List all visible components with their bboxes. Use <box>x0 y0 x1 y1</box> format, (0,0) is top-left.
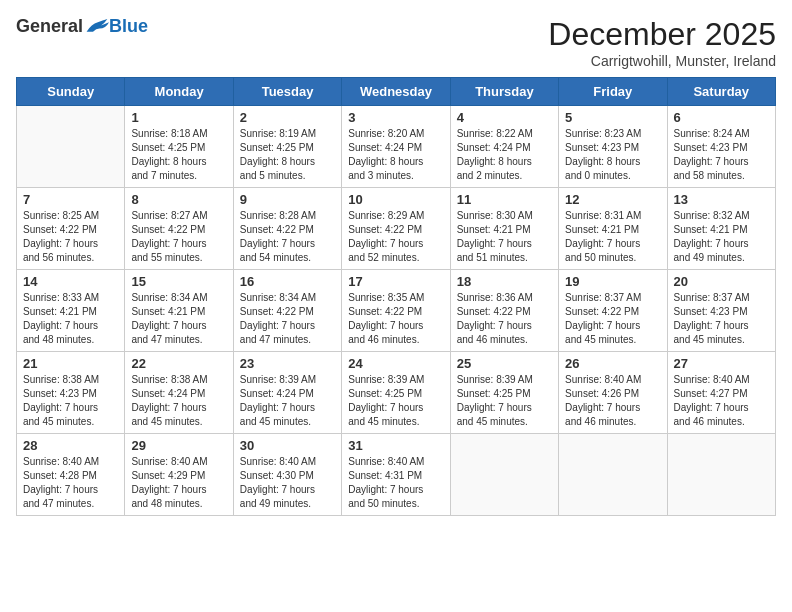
day-info: Sunrise: 8:40 AM Sunset: 4:31 PM Dayligh… <box>348 455 443 511</box>
day-info: Sunrise: 8:40 AM Sunset: 4:28 PM Dayligh… <box>23 455 118 511</box>
day-info: Sunrise: 8:25 AM Sunset: 4:22 PM Dayligh… <box>23 209 118 265</box>
calendar-day-cell: 29Sunrise: 8:40 AM Sunset: 4:29 PM Dayli… <box>125 434 233 516</box>
weekday-header-wednesday: Wednesday <box>342 78 450 106</box>
calendar-day-cell: 13Sunrise: 8:32 AM Sunset: 4:21 PM Dayli… <box>667 188 775 270</box>
day-info: Sunrise: 8:39 AM Sunset: 4:25 PM Dayligh… <box>457 373 552 429</box>
calendar-day-cell: 5Sunrise: 8:23 AM Sunset: 4:23 PM Daylig… <box>559 106 667 188</box>
day-number: 8 <box>131 192 226 207</box>
day-info: Sunrise: 8:22 AM Sunset: 4:24 PM Dayligh… <box>457 127 552 183</box>
calendar-week-row: 14Sunrise: 8:33 AM Sunset: 4:21 PM Dayli… <box>17 270 776 352</box>
calendar-day-cell: 28Sunrise: 8:40 AM Sunset: 4:28 PM Dayli… <box>17 434 125 516</box>
calendar-day-cell <box>559 434 667 516</box>
day-number: 1 <box>131 110 226 125</box>
day-info: Sunrise: 8:35 AM Sunset: 4:22 PM Dayligh… <box>348 291 443 347</box>
calendar-week-row: 28Sunrise: 8:40 AM Sunset: 4:28 PM Dayli… <box>17 434 776 516</box>
calendar-day-cell: 18Sunrise: 8:36 AM Sunset: 4:22 PM Dayli… <box>450 270 558 352</box>
calendar-day-cell: 17Sunrise: 8:35 AM Sunset: 4:22 PM Dayli… <box>342 270 450 352</box>
page-header: General Blue December 2025 Carrigtwohill… <box>16 16 776 69</box>
day-info: Sunrise: 8:19 AM Sunset: 4:25 PM Dayligh… <box>240 127 335 183</box>
calendar-day-cell: 10Sunrise: 8:29 AM Sunset: 4:22 PM Dayli… <box>342 188 450 270</box>
calendar-day-cell: 8Sunrise: 8:27 AM Sunset: 4:22 PM Daylig… <box>125 188 233 270</box>
calendar-day-cell: 26Sunrise: 8:40 AM Sunset: 4:26 PM Dayli… <box>559 352 667 434</box>
logo-bird-icon <box>85 17 109 37</box>
day-number: 4 <box>457 110 552 125</box>
day-info: Sunrise: 8:20 AM Sunset: 4:24 PM Dayligh… <box>348 127 443 183</box>
day-number: 9 <box>240 192 335 207</box>
calendar-table: SundayMondayTuesdayWednesdayThursdayFrid… <box>16 77 776 516</box>
calendar-day-cell: 21Sunrise: 8:38 AM Sunset: 4:23 PM Dayli… <box>17 352 125 434</box>
day-info: Sunrise: 8:30 AM Sunset: 4:21 PM Dayligh… <box>457 209 552 265</box>
calendar-day-cell <box>450 434 558 516</box>
calendar-day-cell: 9Sunrise: 8:28 AM Sunset: 4:22 PM Daylig… <box>233 188 341 270</box>
calendar-day-cell <box>667 434 775 516</box>
day-number: 5 <box>565 110 660 125</box>
day-info: Sunrise: 8:31 AM Sunset: 4:21 PM Dayligh… <box>565 209 660 265</box>
location-subtitle: Carrigtwohill, Munster, Ireland <box>548 53 776 69</box>
weekday-header-tuesday: Tuesday <box>233 78 341 106</box>
day-number: 15 <box>131 274 226 289</box>
day-number: 23 <box>240 356 335 371</box>
day-number: 7 <box>23 192 118 207</box>
day-number: 27 <box>674 356 769 371</box>
weekday-header-row: SundayMondayTuesdayWednesdayThursdayFrid… <box>17 78 776 106</box>
day-info: Sunrise: 8:40 AM Sunset: 4:27 PM Dayligh… <box>674 373 769 429</box>
calendar-day-cell: 1Sunrise: 8:18 AM Sunset: 4:25 PM Daylig… <box>125 106 233 188</box>
calendar-day-cell: 22Sunrise: 8:38 AM Sunset: 4:24 PM Dayli… <box>125 352 233 434</box>
day-info: Sunrise: 8:40 AM Sunset: 4:30 PM Dayligh… <box>240 455 335 511</box>
day-info: Sunrise: 8:23 AM Sunset: 4:23 PM Dayligh… <box>565 127 660 183</box>
logo: General Blue <box>16 16 148 37</box>
calendar-week-row: 21Sunrise: 8:38 AM Sunset: 4:23 PM Dayli… <box>17 352 776 434</box>
day-number: 16 <box>240 274 335 289</box>
title-block: December 2025 Carrigtwohill, Munster, Ir… <box>548 16 776 69</box>
day-number: 18 <box>457 274 552 289</box>
calendar-day-cell: 25Sunrise: 8:39 AM Sunset: 4:25 PM Dayli… <box>450 352 558 434</box>
logo-general-text: General <box>16 16 83 37</box>
day-number: 31 <box>348 438 443 453</box>
calendar-day-cell: 6Sunrise: 8:24 AM Sunset: 4:23 PM Daylig… <box>667 106 775 188</box>
weekday-header-monday: Monday <box>125 78 233 106</box>
day-number: 26 <box>565 356 660 371</box>
day-info: Sunrise: 8:38 AM Sunset: 4:24 PM Dayligh… <box>131 373 226 429</box>
calendar-day-cell: 31Sunrise: 8:40 AM Sunset: 4:31 PM Dayli… <box>342 434 450 516</box>
day-number: 13 <box>674 192 769 207</box>
calendar-day-cell: 20Sunrise: 8:37 AM Sunset: 4:23 PM Dayli… <box>667 270 775 352</box>
day-number: 17 <box>348 274 443 289</box>
calendar-day-cell: 11Sunrise: 8:30 AM Sunset: 4:21 PM Dayli… <box>450 188 558 270</box>
calendar-day-cell: 24Sunrise: 8:39 AM Sunset: 4:25 PM Dayli… <box>342 352 450 434</box>
day-info: Sunrise: 8:24 AM Sunset: 4:23 PM Dayligh… <box>674 127 769 183</box>
calendar-day-cell: 23Sunrise: 8:39 AM Sunset: 4:24 PM Dayli… <box>233 352 341 434</box>
day-number: 28 <box>23 438 118 453</box>
calendar-day-cell: 19Sunrise: 8:37 AM Sunset: 4:22 PM Dayli… <box>559 270 667 352</box>
day-info: Sunrise: 8:38 AM Sunset: 4:23 PM Dayligh… <box>23 373 118 429</box>
day-number: 20 <box>674 274 769 289</box>
day-info: Sunrise: 8:39 AM Sunset: 4:25 PM Dayligh… <box>348 373 443 429</box>
weekday-header-friday: Friday <box>559 78 667 106</box>
calendar-week-row: 1Sunrise: 8:18 AM Sunset: 4:25 PM Daylig… <box>17 106 776 188</box>
day-info: Sunrise: 8:37 AM Sunset: 4:23 PM Dayligh… <box>674 291 769 347</box>
calendar-day-cell: 30Sunrise: 8:40 AM Sunset: 4:30 PM Dayli… <box>233 434 341 516</box>
calendar-day-cell: 4Sunrise: 8:22 AM Sunset: 4:24 PM Daylig… <box>450 106 558 188</box>
day-number: 12 <box>565 192 660 207</box>
day-info: Sunrise: 8:36 AM Sunset: 4:22 PM Dayligh… <box>457 291 552 347</box>
calendar-week-row: 7Sunrise: 8:25 AM Sunset: 4:22 PM Daylig… <box>17 188 776 270</box>
day-number: 21 <box>23 356 118 371</box>
calendar-day-cell: 3Sunrise: 8:20 AM Sunset: 4:24 PM Daylig… <box>342 106 450 188</box>
day-number: 10 <box>348 192 443 207</box>
day-number: 30 <box>240 438 335 453</box>
day-info: Sunrise: 8:29 AM Sunset: 4:22 PM Dayligh… <box>348 209 443 265</box>
logo-blue-text: Blue <box>109 16 148 37</box>
day-info: Sunrise: 8:34 AM Sunset: 4:21 PM Dayligh… <box>131 291 226 347</box>
day-number: 6 <box>674 110 769 125</box>
weekday-header-thursday: Thursday <box>450 78 558 106</box>
day-number: 2 <box>240 110 335 125</box>
calendar-day-cell: 27Sunrise: 8:40 AM Sunset: 4:27 PM Dayli… <box>667 352 775 434</box>
day-info: Sunrise: 8:37 AM Sunset: 4:22 PM Dayligh… <box>565 291 660 347</box>
weekday-header-sunday: Sunday <box>17 78 125 106</box>
month-title: December 2025 <box>548 16 776 53</box>
day-info: Sunrise: 8:18 AM Sunset: 4:25 PM Dayligh… <box>131 127 226 183</box>
day-number: 14 <box>23 274 118 289</box>
day-info: Sunrise: 8:40 AM Sunset: 4:29 PM Dayligh… <box>131 455 226 511</box>
calendar-day-cell: 14Sunrise: 8:33 AM Sunset: 4:21 PM Dayli… <box>17 270 125 352</box>
day-info: Sunrise: 8:34 AM Sunset: 4:22 PM Dayligh… <box>240 291 335 347</box>
calendar-day-cell: 12Sunrise: 8:31 AM Sunset: 4:21 PM Dayli… <box>559 188 667 270</box>
